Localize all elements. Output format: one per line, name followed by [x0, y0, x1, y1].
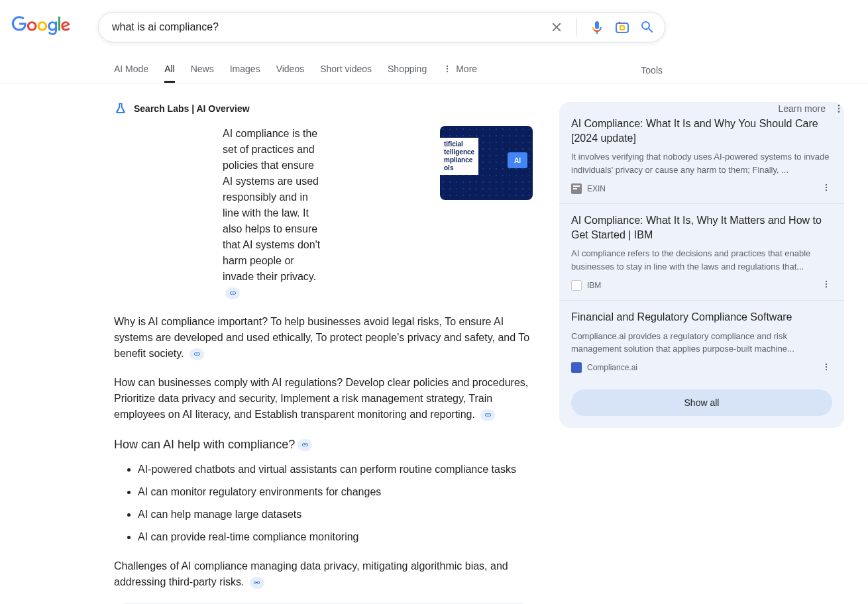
citation-icon[interactable] — [225, 287, 240, 299]
tab-all[interactable]: All — [164, 57, 175, 83]
overview-bullets: AI-powered chatbots and virtual assistan… — [114, 462, 533, 545]
card-title: AI Compliance: What It Is, Why It Matter… — [571, 213, 832, 242]
tab-news[interactable]: News — [191, 57, 214, 83]
flask-icon — [114, 102, 127, 115]
source-card[interactable]: Financial and Regulatory Compliance Soft… — [559, 301, 844, 383]
svg-point-5 — [447, 71, 448, 72]
image-search-icon[interactable] — [614, 19, 630, 35]
tab-images[interactable]: Images — [230, 57, 260, 83]
card-title: Financial and Regulatory Compliance Soft… — [571, 310, 832, 325]
svg-point-1 — [619, 22, 621, 24]
overview-para-1: AI compliance is the set of practices an… — [223, 126, 321, 301]
source-cards-panel: AI Compliance: What It Is and Why You Sh… — [559, 102, 844, 428]
card-menu-icon[interactable] — [822, 183, 832, 194]
svg-point-8 — [838, 111, 840, 113]
list-item: AI-powered chatbots and virtual assistan… — [138, 462, 533, 478]
source-card[interactable]: AI Compliance: What It Is, Why It Matter… — [559, 204, 844, 301]
list-item: AI can provide real-time compliance moni… — [138, 529, 533, 545]
voice-search-icon[interactable] — [589, 19, 605, 35]
svg-point-15 — [826, 283, 827, 285]
google-logo[interactable] — [11, 16, 72, 38]
svg-rect-0 — [616, 23, 628, 32]
svg-point-18 — [826, 366, 827, 368]
svg-point-7 — [838, 108, 840, 110]
tab-ai-mode[interactable]: AI Mode — [114, 57, 148, 83]
overview-heading: How can AI help with compliance? — [114, 436, 533, 454]
favicon-icon — [571, 280, 582, 291]
learn-more-link[interactable]: Learn more — [778, 103, 844, 114]
svg-point-14 — [826, 281, 827, 282]
search-input[interactable] — [112, 21, 549, 33]
card-menu-icon[interactable] — [822, 279, 832, 291]
source-name: IBM — [587, 281, 601, 290]
svg-point-11 — [826, 184, 827, 185]
card-snippet: Compliance.ai provides a regulatory comp… — [571, 330, 832, 356]
tools-button[interactable]: Tools — [641, 65, 663, 76]
svg-point-13 — [826, 189, 827, 191]
svg-point-4 — [447, 68, 448, 70]
source-name: Compliance.ai — [587, 363, 637, 372]
card-menu-icon[interactable] — [822, 362, 832, 374]
search-bar[interactable] — [98, 12, 665, 42]
card-title: AI Compliance: What It Is and Why You Sh… — [571, 117, 832, 145]
clear-icon[interactable] — [549, 19, 565, 35]
svg-point-16 — [826, 286, 827, 287]
list-item: AI can help manage large datasets — [138, 507, 533, 523]
svg-point-19 — [826, 369, 827, 370]
overview-para-3: How can businesses comply with AI regula… — [114, 375, 533, 423]
svg-point-3 — [447, 66, 448, 67]
show-all-button[interactable]: Show all — [571, 389, 832, 416]
tab-more[interactable]: More — [443, 57, 477, 83]
citation-icon[interactable] — [190, 348, 204, 360]
svg-rect-10 — [573, 188, 577, 189]
citation-icon[interactable] — [298, 439, 312, 451]
tab-shopping[interactable]: Shopping — [388, 57, 427, 83]
card-snippet: AI compliance refers to the decisions an… — [571, 247, 832, 273]
overview-thumbnail[interactable]: tificialtelligencemplianceols AI — [440, 126, 533, 200]
svg-rect-9 — [573, 185, 580, 187]
overview-para-4: Challenges of AI compliance managing dat… — [114, 558, 533, 590]
source-card[interactable]: AI Compliance: What It Is and Why You Sh… — [559, 107, 844, 204]
source-name: EXIN — [587, 184, 606, 193]
svg-point-12 — [826, 187, 827, 188]
favicon-icon — [571, 362, 582, 373]
overview-para-2: Why is AI compliance important? To help … — [114, 314, 533, 362]
divider — [576, 18, 577, 36]
svg-rect-2 — [620, 26, 624, 30]
list-item: AI can monitor regulatory environments f… — [138, 484, 533, 500]
tab-videos[interactable]: Videos — [276, 57, 305, 83]
labs-header: Search Labs | AI Overview — [134, 103, 250, 114]
tabs: AI Mode All News Images Videos Short vid… — [114, 57, 477, 83]
tab-short-videos[interactable]: Short videos — [320, 57, 372, 83]
svg-point-17 — [826, 364, 827, 365]
search-icon[interactable] — [639, 19, 655, 35]
card-snippet: It involves verifying that nobody uses A… — [571, 150, 832, 176]
citation-icon[interactable] — [480, 409, 495, 421]
favicon-icon — [571, 183, 582, 194]
svg-point-6 — [838, 105, 840, 107]
more-icon[interactable] — [834, 103, 844, 114]
citation-icon[interactable] — [250, 577, 264, 589]
